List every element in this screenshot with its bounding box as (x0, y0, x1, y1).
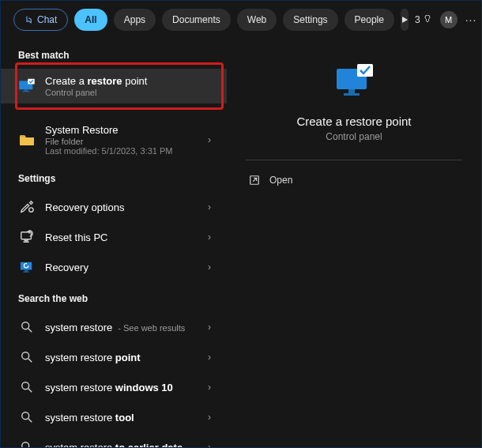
result-title: Reset this PC (45, 232, 208, 243)
chevron-right-icon: › (208, 322, 219, 333)
result-title: system restore point (45, 352, 208, 363)
chevron-right-icon: › (208, 201, 219, 213)
section-best-match: Best match (1, 39, 227, 69)
recovery-options-icon (18, 198, 36, 216)
tab-documents[interactable]: Documents (162, 9, 231, 31)
svg-rect-2 (23, 91, 30, 92)
more-menu[interactable]: ··· (465, 13, 477, 26)
search-icon (18, 408, 36, 426)
result-title: Recovery (45, 262, 208, 273)
tab-all[interactable]: All (74, 9, 107, 31)
preview-divider (246, 160, 462, 160)
search-icon (18, 439, 36, 447)
rewards-badge[interactable]: 3 (415, 14, 432, 25)
search-icon (18, 378, 36, 396)
tab-apps[interactable]: Apps (114, 9, 156, 31)
reset-pc-icon (18, 228, 36, 246)
rewards-count: 3 (415, 14, 420, 25)
result-reset-this-pc[interactable]: Reset this PC › (1, 222, 227, 252)
tab-people[interactable]: People (345, 9, 394, 31)
recovery-icon (18, 258, 36, 276)
chevron-right-icon: › (208, 232, 219, 243)
result-web-system-restore[interactable]: system restore - See web results › (1, 312, 227, 342)
result-system-restore-folder[interactable]: System Restore File folder Last modified… (1, 118, 227, 162)
chevron-right-icon: › (208, 412, 219, 423)
chevron-right-icon: › (208, 134, 219, 145)
preview-action-open[interactable]: Open (246, 168, 462, 192)
section-search-web: Search the web (1, 282, 227, 312)
result-web-system-restore-earlier[interactable]: system restore to earlier date › (1, 432, 227, 447)
system-properties-icon (18, 77, 36, 95)
bing-chat-icon (24, 15, 34, 24)
svg-rect-16 (344, 93, 360, 96)
result-recovery[interactable]: Recovery › (1, 252, 227, 282)
svg-rect-8 (24, 271, 29, 272)
open-icon (249, 175, 260, 186)
tab-settings[interactable]: Settings (283, 9, 337, 31)
preview-pane: Create a restore point Control panel Ope… (227, 39, 481, 447)
chevron-right-icon: › (208, 262, 219, 273)
chevron-right-icon: › (208, 442, 219, 447)
more-filters-button[interactable] (401, 9, 409, 31)
chat-label: Chat (37, 14, 57, 25)
rewards-icon (423, 15, 432, 24)
svg-point-12 (22, 412, 29, 420)
svg-rect-1 (24, 89, 28, 91)
result-title: System Restore (45, 124, 208, 136)
content-area: Best match Create a restore point Contro… (1, 39, 481, 447)
result-subtitle: File folder (45, 137, 208, 146)
result-web-system-restore-windows10[interactable]: system restore windows 10 › (1, 372, 227, 402)
preview-icon (246, 62, 462, 100)
result-title: system restore to earlier date (45, 442, 208, 448)
svg-point-11 (22, 382, 29, 390)
svg-point-10 (22, 352, 29, 360)
search-icon (18, 318, 36, 336)
result-title: Create a restore point (45, 75, 219, 87)
chat-tab[interactable]: Chat (13, 9, 68, 31)
folder-icon (18, 131, 36, 149)
play-icon (401, 16, 409, 24)
filter-tab-bar: Chat All Apps Documents Web Settings Peo… (1, 1, 481, 39)
svg-rect-15 (348, 89, 355, 93)
result-title: system restore windows 10 (45, 382, 208, 393)
results-pane: Best match Create a restore point Contro… (1, 39, 227, 447)
result-web-system-restore-tool[interactable]: system restore tool › (1, 402, 227, 432)
result-title: system restore - See web results (45, 322, 208, 333)
svg-point-9 (22, 322, 29, 329)
result-recovery-options[interactable]: Recovery options › (1, 192, 227, 222)
preview-action-label: Open (269, 175, 292, 186)
result-subtitle: Control panel (45, 88, 219, 97)
result-meta: Last modified: 5/1/2023, 3:31 PM (45, 146, 208, 156)
svg-point-4 (29, 208, 33, 212)
tab-web[interactable]: Web (237, 9, 277, 31)
result-create-restore-point[interactable]: Create a restore point Control panel (1, 69, 227, 104)
search-icon (18, 348, 36, 366)
result-web-system-restore-point[interactable]: system restore point › (1, 342, 227, 372)
preview-title: Create a restore point (246, 115, 462, 128)
section-settings: Settings (1, 162, 227, 192)
result-title: system restore tool (45, 412, 208, 424)
svg-point-13 (22, 442, 29, 447)
profile-avatar[interactable]: M (440, 11, 458, 28)
svg-rect-7 (24, 270, 28, 272)
preview-subtitle: Control panel (246, 131, 462, 142)
topbar-right: 3 M ··· b (415, 9, 482, 30)
chevron-right-icon: › (208, 382, 219, 393)
result-title: Recovery options (45, 201, 208, 213)
chevron-right-icon: › (208, 352, 219, 363)
